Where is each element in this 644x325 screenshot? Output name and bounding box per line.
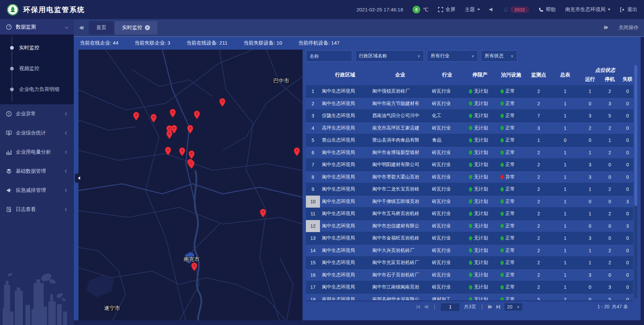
help-button[interactable]: 帮助	[539, 6, 556, 13]
logout-button[interactable]: 退出	[620, 6, 637, 13]
page-number-input[interactable]	[440, 303, 460, 311]
scroll-tabs-right-button[interactable]	[604, 25, 608, 31]
sidebar-group-power-usage-analysis[interactable]: 企业用电量分析	[0, 143, 74, 162]
map-pin[interactable]	[293, 147, 300, 156]
cell-facility-status: 正常	[496, 162, 527, 168]
tab-首页[interactable]: 首页	[89, 21, 114, 35]
cell-row-number: 9	[306, 183, 320, 196]
cell-disconnected: 0	[619, 260, 633, 265]
cell-row-number: 12	[306, 220, 320, 232]
sidebar-group-enterprise-abnormal[interactable]: 企业异常	[0, 104, 74, 123]
cell-monitor-points: 2	[527, 199, 551, 204]
map-pin[interactable]	[219, 98, 225, 107]
close-tab-icon[interactable]	[145, 25, 150, 30]
tab-实时监控[interactable]: 实时监控	[115, 21, 157, 35]
scroll-tabs-left-button[interactable]	[79, 26, 84, 30]
cell-running: 0	[580, 138, 600, 143]
map-pin[interactable]	[165, 147, 171, 156]
total-pages-label: 共3页	[464, 304, 476, 310]
map-pin[interactable]	[133, 112, 140, 121]
cell-total-meters: 1	[551, 174, 580, 180]
table-row[interactable]: 7阆中生态环境局阆中明阳建材有限公司砖瓦行业无计划正常21300	[306, 159, 633, 171]
table-row[interactable]: 5营山生态环境局营山县润丰肉食品有限食品无计划正常10010	[306, 134, 633, 147]
map-pin[interactable]	[170, 109, 176, 118]
map-pin[interactable]	[189, 150, 195, 159]
table-row[interactable]: 16阆中生态环境局阆中市石子页岩机砖厂砖瓦行业无计划正常21300	[306, 269, 633, 281]
table-row[interactable]: 12阆中生态环境局阆中市忠信建材有限公砖瓦行业无计划正常21003	[306, 220, 633, 232]
sidebar-item-video-monitor[interactable]: 视频监控	[0, 58, 74, 79]
cell-industry: 砖瓦行业	[430, 223, 464, 229]
cell-row-number: 1	[306, 85, 320, 98]
fullscreen-button[interactable]: 全屏	[438, 6, 455, 13]
mute-button[interactable]	[489, 7, 494, 12]
cell-monitor-points: 2	[527, 272, 551, 278]
table-row[interactable]: 3仪陇生态环境局西南油气田分公司川中化工无计划正常71350	[306, 110, 633, 122]
speaker-muted-icon	[489, 7, 494, 12]
sidebar-group-data-monitoring[interactable]: 数据监测	[0, 19, 74, 35]
map-pin[interactable]	[191, 262, 197, 271]
chevron-left-icon	[65, 131, 68, 135]
table-row[interactable]: 8阆中生态环境局阆中市枣碧大梁山页岩砖瓦行业无计划异常21300	[306, 171, 633, 183]
map-pin[interactable]	[187, 125, 193, 134]
table-row[interactable]: 18南部生态环境局南部县砌华水泥有限公建材加工无计划正常52050	[306, 293, 633, 301]
industry-select[interactable]: 所有行业∨	[427, 50, 478, 62]
sidebar-item-power-load-detail[interactable]: 企业电力负荷明细	[0, 79, 74, 100]
name-search-input[interactable]	[306, 50, 352, 62]
stat-2: 当前在线设备: 211	[186, 40, 227, 46]
table-row[interactable]: 15阆中生态环境局阆中市光富页岩机砖厂砖瓦行业无计划正常21120	[306, 257, 633, 269]
map-pin[interactable]	[151, 114, 157, 123]
collapse-panel-button[interactable]	[75, 174, 83, 182]
table-row[interactable]: 13阆中生态环境局阆中市金福旺页岩机砖砖瓦行业无计划正常21300	[306, 232, 633, 245]
sidebar-group-base-data-management[interactable]: 基础数据管理	[0, 162, 74, 181]
map-pin[interactable]	[188, 160, 195, 169]
table-row[interactable]: 1阆中生态环境局阆中强锐页岩砖厂砖瓦行业无计划正常21120	[306, 85, 633, 98]
notification-button[interactable]: 2632	[503, 6, 529, 13]
table-row[interactable]: 17阆中生态环境局阆中市江南镇阆南页岩砖瓦行业无计划正常21030	[306, 281, 633, 293]
cell-running: 0	[580, 223, 600, 229]
table-row[interactable]: 2阆中生态环境局阆中市南方节能建材有砖瓦行业无计划正常21030	[306, 98, 633, 110]
last-page-button[interactable]	[496, 305, 500, 309]
cell-total-meters: 1	[551, 89, 580, 94]
cell-company: 阆中市金福旺页岩机砖	[370, 235, 430, 241]
chevron-left-icon	[65, 151, 68, 154]
sidebar-group-emergency-reduction[interactable]: 应急减排管理	[0, 181, 74, 200]
map-pin[interactable]	[260, 209, 266, 218]
map-pin[interactable]	[166, 130, 173, 139]
page-size-select[interactable]: 20∨	[504, 303, 523, 311]
cell-running: 0	[580, 101, 600, 106]
theme-dropdown[interactable]: 主题	[465, 6, 480, 13]
tab-bar: 首页实时监控 关闭操作	[74, 19, 644, 37]
table-row[interactable]: 14阆中生态环境局阆中大兴页岩机砖厂砖瓦行业无计划正常21120	[306, 245, 633, 257]
table-row[interactable]: 10阆中生态环境局阆中千佛镇五郎垭页岩砖瓦行业无计划正常21003	[306, 196, 633, 208]
region-select[interactable]: 行政区域名称∨	[355, 50, 424, 62]
table-row[interactable]: 11阆中生态环境局阆中市五马桥页岩机砖砖瓦行业无计划正常21120	[306, 208, 633, 220]
cell-stopped: 5	[600, 113, 619, 118]
status-select[interactable]: 所有状态∨	[481, 50, 517, 62]
cell-industry: 食品	[430, 137, 464, 143]
sidebar-group-log-view[interactable]: 日志查看	[0, 200, 74, 219]
cell-stopped: 0	[600, 174, 619, 180]
table-row[interactable]: 9阆中生态环境局阆中市二龙长宝页岩砖砖瓦行业无计划正常21120	[306, 183, 633, 196]
cell-disconnected: 0	[619, 211, 633, 216]
next-page-button[interactable]	[488, 305, 492, 309]
table-row[interactable]: 6阆中生态环境局阆中市金博瑞新型墙材砖瓦行业无计划正常21120	[306, 147, 633, 159]
cell-monitor-points: 2	[527, 89, 551, 94]
cell-stopped: 0	[600, 235, 619, 241]
table-scrollbar[interactable]	[634, 65, 637, 299]
sidebar-group-enterprise-statistics[interactable]: 企业综合统计	[0, 123, 74, 143]
prev-page-button[interactable]	[424, 305, 428, 309]
sidebar-group-label: 企业用电量分析	[16, 149, 61, 155]
map-canvas[interactable]: 巴中市南充市遂宁市	[78, 50, 303, 320]
close-operations-dropdown[interactable]: 关闭操作	[619, 24, 639, 31]
column-header-1: 行政区域	[320, 64, 370, 85]
cell-facility-status: 正常	[496, 199, 527, 205]
table-row[interactable]: 4高坪生态环境局南充市高坪区王家店建砖瓦行业无计划正常31220	[306, 122, 633, 134]
map-pin[interactable]	[179, 147, 185, 156]
org-dropdown[interactable]: 南充市生态环境局	[565, 6, 610, 13]
map-pin[interactable]	[194, 110, 200, 119]
stat-0: 当前在线企业: 44	[80, 40, 118, 46]
sidebar-item-realtime-monitor[interactable]: 实时监控	[0, 37, 74, 58]
cell-stopped: 2	[600, 125, 619, 131]
cell-disconnected: 0	[619, 272, 633, 278]
first-page-button[interactable]	[417, 305, 420, 309]
